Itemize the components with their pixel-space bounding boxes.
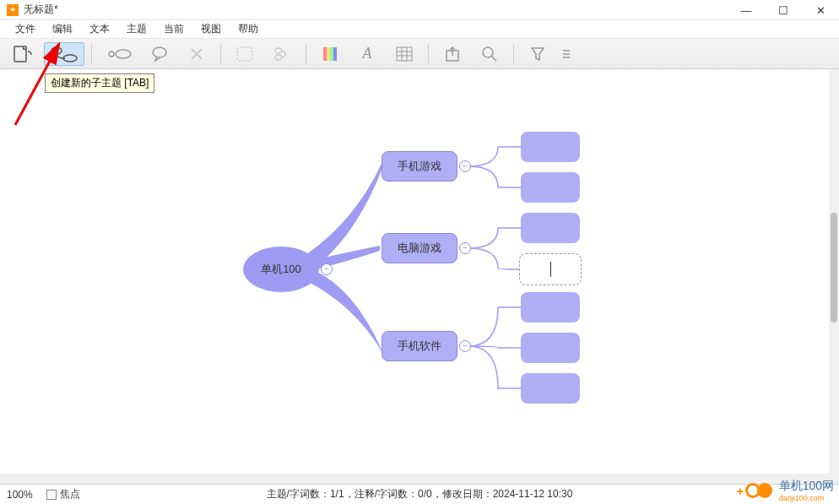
leaf-node[interactable] — [521, 132, 580, 162]
watermark-icon: + — [745, 480, 776, 501]
focus-label: 焦点 — [60, 487, 80, 501]
export-button[interactable] — [436, 42, 469, 66]
table-icon — [396, 46, 413, 62]
sub-node-3[interactable]: 手机软件 — [382, 331, 457, 361]
filter-icon — [529, 46, 546, 62]
export-icon — [444, 46, 461, 62]
svg-point-8 — [275, 55, 282, 60]
minimize-button[interactable]: — — [728, 0, 765, 20]
search-icon — [481, 46, 498, 62]
focus-checkbox[interactable] — [46, 490, 57, 500]
callout-icon — [150, 45, 169, 63]
svg-rect-12 — [333, 47, 337, 61]
svg-point-5 — [153, 47, 166, 57]
sub-node-1[interactable]: 手机游戏 — [382, 151, 457, 182]
maximize-button[interactable]: ☐ — [765, 0, 802, 20]
svg-point-3 — [116, 50, 131, 58]
search-button[interactable] — [473, 42, 506, 66]
color-button[interactable] — [313, 42, 347, 66]
separator — [428, 44, 429, 64]
horizontal-scrollbar[interactable] — [0, 474, 829, 484]
svg-point-7 — [275, 48, 282, 53]
leaf-node-editing[interactable] — [519, 253, 582, 285]
filter-button[interactable] — [521, 42, 555, 66]
svg-rect-11 — [330, 47, 333, 61]
root-node[interactable]: 单机100 — [243, 247, 319, 292]
menu-current[interactable]: 当前 — [155, 20, 192, 38]
tooltip: 创建新的子主题 [TAB] — [45, 73, 154, 93]
canvas[interactable]: 单机100 − 手机游戏 − 电脑游戏 − 手机软件 − — [0, 69, 829, 484]
app-icon: ✦ — [7, 4, 19, 16]
svg-rect-9 — [323, 47, 327, 61]
font-icon: A — [363, 45, 372, 62]
fold-button-sub3[interactable]: − — [459, 340, 471, 352]
fold-button-sub2[interactable]: − — [459, 242, 471, 254]
more-button[interactable] — [558, 42, 575, 66]
separator — [513, 44, 514, 64]
more-icon — [561, 47, 571, 61]
font-button[interactable]: A — [350, 42, 384, 66]
window-controls: — ☐ ✕ — [728, 0, 839, 20]
text-cursor — [550, 262, 551, 277]
menu-topic[interactable]: 主题 — [118, 20, 155, 38]
svg-line-20 — [492, 57, 496, 61]
boundary-icon — [235, 46, 254, 62]
menu-help[interactable]: 帮助 — [230, 20, 267, 38]
svg-point-19 — [483, 47, 493, 57]
delete-button[interactable] — [180, 42, 214, 66]
leaf-node[interactable] — [521, 373, 580, 404]
statusbar: 100% 焦点 主题/字词数：1/1，注释/字词数：0/0，修改日期：2024-… — [0, 484, 839, 504]
color-icon — [322, 46, 338, 62]
menu-text[interactable]: 文本 — [81, 20, 118, 38]
window-title: 无标题* — [24, 3, 58, 17]
sub-node-2[interactable]: 电脑游戏 — [382, 233, 457, 263]
callout-button[interactable] — [143, 42, 176, 66]
zoom-level[interactable]: 100% — [7, 489, 33, 501]
delete-icon — [188, 46, 205, 62]
svg-rect-10 — [327, 47, 330, 61]
status-info: 主题/字词数：1/1，注释/字词数：0/0，修改日期：2024-11-12 10… — [267, 487, 573, 501]
svg-rect-13 — [397, 47, 412, 61]
leaf-node[interactable] — [521, 213, 580, 243]
leaf-node[interactable] — [521, 292, 580, 322]
menubar: 文件 编辑 文本 主题 当前 视图 帮助 — [0, 20, 839, 39]
sibling-topic-button[interactable] — [99, 42, 139, 66]
leaf-node[interactable] — [521, 333, 580, 363]
vertical-scrollbar[interactable] — [829, 69, 839, 484]
summary-button[interactable] — [265, 42, 299, 66]
separator — [306, 44, 306, 64]
fold-button-root[interactable]: − — [321, 263, 333, 275]
watermark-url: danji100.com — [779, 494, 834, 502]
boundary-button[interactable] — [228, 42, 262, 66]
toolbar: 创建新的子主题 [TAB] A — [0, 39, 839, 69]
svg-point-4 — [109, 51, 114, 57]
separator — [91, 44, 92, 64]
scrollbar-thumb[interactable] — [831, 213, 837, 322]
table-button[interactable] — [387, 42, 421, 66]
sibling-topic-icon — [105, 45, 133, 63]
summary-icon — [273, 46, 291, 62]
separator — [220, 44, 221, 64]
close-button[interactable]: ✕ — [802, 0, 839, 20]
connector-lines — [0, 69, 829, 484]
leaf-node[interactable] — [521, 172, 580, 203]
watermark: + 单机100网 danji100.com — [745, 479, 834, 502]
watermark-name: 单机100网 — [779, 479, 834, 494]
titlebar: ✦ 无标题* — ☐ ✕ — [0, 0, 839, 20]
svg-rect-6 — [237, 47, 252, 61]
fold-button-sub1[interactable]: − — [459, 160, 471, 172]
menu-view[interactable]: 视图 — [192, 20, 230, 38]
